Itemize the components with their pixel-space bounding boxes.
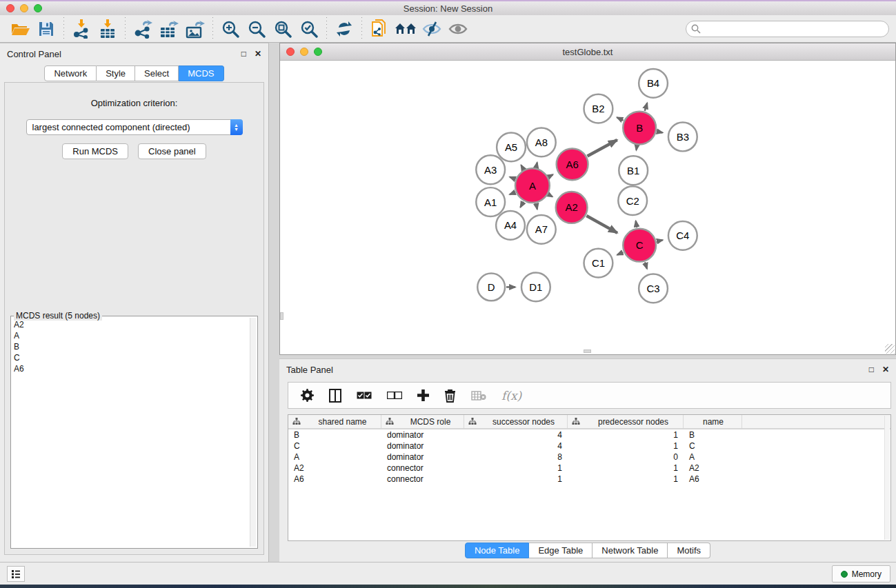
zoom-selected-button[interactable] [296,17,322,41]
show-panels-button[interactable] [7,566,25,582]
graph-node-D1[interactable]: D1 [521,273,550,302]
result-scrollbar[interactable] [250,318,256,547]
graph-node-A4[interactable]: A4 [496,211,525,240]
column-header-MCDS-role[interactable]: MCDS role [381,415,464,428]
float-panel-icon[interactable]: □ [241,49,246,59]
table-cell[interactable]: A [684,452,742,463]
table-cell[interactable]: A [288,452,381,463]
graph-node-B2[interactable]: B2 [584,94,613,123]
tab-mcds[interactable]: MCDS [179,65,223,81]
table-row[interactable]: Cdominator41C [288,440,890,452]
unselect-all-columns-button[interactable] [387,392,402,399]
graph-edge-A-A4[interactable] [520,202,523,207]
refresh-button[interactable] [331,17,357,41]
optimization-criterion-dropdown[interactable]: largest connected component (directed) ▲… [26,119,243,135]
close-panel-icon[interactable]: ✕ [255,49,261,59]
window-resize-grip[interactable] [885,344,895,354]
graph-edge-A-A7[interactable] [536,203,537,209]
graph-node-B1[interactable]: B1 [619,156,648,185]
select-all-columns-button[interactable] [357,392,372,399]
new-network-from-selection-button[interactable] [366,17,392,41]
graph-edge-A2-C[interactable] [586,216,617,233]
table-cell[interactable]: 1 [568,474,684,485]
graph-node-C3[interactable]: C3 [639,274,668,303]
graph-edge-B-B3[interactable] [657,132,662,133]
table-cell[interactable]: A6 [288,474,381,485]
table-cell[interactable]: 4 [464,440,568,452]
graph-node-C[interactable]: C [623,229,656,262]
graph-node-C2[interactable]: C2 [618,186,647,215]
table-cell[interactable]: 4 [464,429,568,440]
tab-style[interactable]: Style [97,65,135,81]
table-row[interactable]: Adominator80A [288,452,890,463]
tab-motifs[interactable]: Motifs [668,543,710,558]
table-row[interactable]: Bdominator41B [288,429,890,440]
graph-edge-C-C2[interactable] [636,221,637,228]
zoom-fit-button[interactable] [270,17,296,41]
table-cell[interactable]: 1 [464,463,568,474]
table-cell[interactable]: dominator [381,429,464,440]
zoom-in-button[interactable] [217,17,243,41]
graph-node-A1[interactable]: A1 [476,187,505,216]
table-options-button[interactable] [301,389,314,402]
table-cell[interactable]: 0 [568,452,684,463]
graph-node-B4[interactable]: B4 [639,69,668,98]
graph-edge-A-A6[interactable] [549,174,553,176]
graph-node-C4[interactable]: C4 [668,221,697,250]
create-column-button[interactable] [417,389,429,401]
zoom-out-button[interactable] [243,17,270,41]
network-canvas[interactable]: AA1A2A3A4A5A6A7A8BB1B2B3B4CC1C2C3C4DD1 [281,61,895,349]
graph-edge-A-A3[interactable] [510,177,515,179]
memory-button[interactable]: Memory [832,565,890,582]
graph-node-A3[interactable]: A3 [476,155,505,184]
column-header-predecessor-nodes[interactable]: predecessor nodes [568,415,684,428]
result-item[interactable]: A2 [14,319,249,330]
result-item[interactable]: A6 [14,363,249,374]
table-row[interactable]: A2connector11A2 [288,463,890,474]
table-cell[interactable]: B [288,429,381,440]
horizontal-scroll-handle[interactable] [584,349,591,353]
table-cell[interactable]: A6 [684,474,742,485]
export-network-button[interactable] [130,17,156,41]
graph-edge-A-A5[interactable] [521,165,523,170]
graph-node-A5[interactable]: A5 [497,133,526,162]
graph-node-A[interactable]: A [515,168,550,203]
tab-network[interactable]: Network [44,65,97,81]
graph-node-A6[interactable]: A6 [557,148,588,180]
column-header-successor-nodes[interactable]: successor nodes [464,415,568,428]
table-cell[interactable]: 1 [568,440,684,452]
tab-edge-table[interactable]: Edge Table [529,543,593,558]
table-cell[interactable]: C [288,440,381,452]
export-table-button[interactable] [156,17,182,41]
column-header-name[interactable]: name [684,415,742,428]
graph-edge-B-B4[interactable] [645,103,648,110]
tab-node-table[interactable]: Node Table [465,543,530,558]
table-cell[interactable]: A2 [288,463,381,474]
table-cell[interactable]: 1 [568,429,684,440]
graph-node-A8[interactable]: A8 [527,128,556,157]
run-mcds-button[interactable]: Run MCDS [62,143,128,159]
close-table-panel-icon[interactable]: ✕ [882,365,889,374]
graph-edge-C-C3[interactable] [645,262,647,269]
search-input[interactable] [686,21,889,37]
result-item[interactable]: A [14,330,249,341]
vertical-scroll-handle[interactable] [280,312,283,320]
delete-table-button[interactable] [471,391,486,401]
table-cell[interactable]: connector [381,474,464,485]
tab-network-table[interactable]: Network Table [593,543,668,558]
import-network-button[interactable] [68,17,94,41]
table-cell[interactable]: dominator [381,452,464,463]
tab-select[interactable]: Select [135,65,179,81]
table-cell[interactable]: B [684,429,742,440]
table-cell[interactable]: 8 [464,452,568,463]
graph-edge-A-A8[interactable] [536,163,537,168]
graph-edge-B-B1[interactable] [636,145,637,150]
open-file-button[interactable] [7,17,33,41]
graph-node-B3[interactable]: B3 [668,123,697,152]
first-neighbors-button[interactable] [392,17,419,41]
export-image-button[interactable] [182,17,208,41]
save-session-button[interactable] [33,17,59,41]
delete-column-button[interactable] [444,389,456,403]
table-cell[interactable]: A2 [684,463,742,474]
table-cell[interactable]: 1 [464,474,568,485]
